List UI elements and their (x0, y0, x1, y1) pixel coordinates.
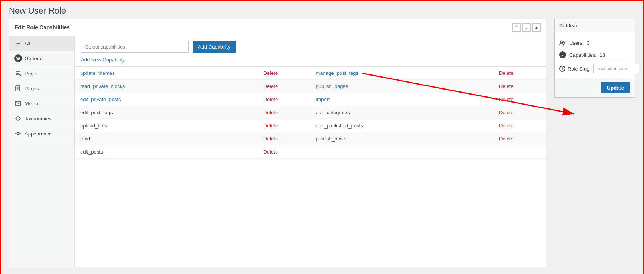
category-item-appearance[interactable]: Appearance (9, 126, 74, 141)
category-item-media[interactable]: Media (9, 96, 74, 111)
cap-delete-publish-posts[interactable]: Delete (499, 136, 514, 142)
all-icon: + (15, 40, 22, 47)
cap-name-upload-files: upload_files (80, 123, 107, 129)
publish-users-row: Users: 0 (559, 37, 630, 49)
table-row: edit_posts Delete (75, 145, 546, 159)
svg-point-11 (17, 132, 19, 135)
table-row: update_themes Delete manage_post_tags (75, 67, 546, 80)
capabilities-label: Capabilities: (569, 52, 597, 58)
info-icon: i (559, 65, 565, 72)
main-layout: Edit Role Capabilities ⌃ ⌄ ▲ + All (1, 19, 643, 274)
publish-panel: Publish Users: 0 (554, 19, 635, 98)
cap-delete-publish-pages[interactable]: Delete (499, 83, 514, 89)
category-label-taxonomies: Taxonomies (25, 116, 51, 122)
role-slug-input[interactable] (593, 64, 639, 73)
publish-header: Publish (555, 19, 635, 32)
add-new-capability-link[interactable]: Add New Capability (81, 57, 124, 63)
panel-header-title: Edit Role Capabilities (15, 24, 70, 30)
users-icon (559, 39, 566, 46)
wp-icon: W (15, 55, 22, 62)
posts-icon (15, 70, 22, 77)
panel-header-controls: ⌃ ⌄ ▲ (512, 23, 541, 32)
capabilities-value: 13 (600, 52, 605, 58)
cap-name-edit-posts: edit_posts (80, 149, 103, 155)
cap-name-edit-private-posts[interactable]: edit_private_posts (80, 96, 121, 102)
svg-line-3 (20, 74, 21, 76)
role-slug-label: Role Slug: (568, 66, 591, 72)
category-label-appearance: Appearance (25, 131, 52, 137)
select-capabilities-input[interactable] (81, 41, 189, 53)
capabilities-toolbar: Add Capability Add New Capability (75, 36, 546, 67)
cap-name-edit-post-tags: edit_post_tags (80, 110, 113, 115)
table-row: edit_post_tags Delete edit_categories (75, 106, 546, 119)
capabilities-table: update_themes Delete manage_post_tags (75, 67, 546, 267)
taxonomies-icon (15, 115, 22, 122)
content-area: Edit Role Capabilities ⌃ ⌄ ▲ + All (1, 19, 554, 274)
svg-point-10 (17, 118, 17, 119)
check-icon: ✓ (559, 51, 566, 58)
cap-delete-edit-published-posts[interactable]: Delete (499, 123, 514, 129)
publish-footer: Update (555, 78, 635, 97)
panel-collapse-down-btn[interactable]: ⌄ (522, 23, 531, 32)
category-item-taxonomies[interactable]: Taxonomies (9, 111, 74, 126)
cap-name-update-themes[interactable]: update_themes (80, 70, 115, 76)
category-label-pages: Pages (25, 86, 39, 91)
category-label-all: All (25, 41, 30, 46)
cap-name-read-private-blocks[interactable]: read_private_blocks (80, 83, 125, 89)
update-button[interactable]: Update (601, 82, 630, 93)
cap-delete-update-themes[interactable]: Delete (264, 70, 278, 76)
page-title: New User Role (9, 6, 66, 16)
cap-delete-upload-files[interactable]: Delete (264, 123, 278, 129)
svg-point-9 (17, 102, 18, 103)
publish-body: Users: 0 ✓ Capabilities: 13 i (555, 32, 635, 78)
cap-delete-read-private-blocks[interactable]: Delete (264, 83, 278, 89)
cap-name-publish-posts: publish_posts (316, 136, 346, 142)
right-sidebar: Publish Users: 0 (554, 19, 643, 274)
table-row: read Delete publish_posts (75, 132, 546, 145)
category-sidebar: + All W General (9, 36, 75, 267)
media-icon (15, 100, 22, 107)
cap-name-edit-categories: edit_categories (316, 110, 350, 115)
users-value: 0 (587, 40, 590, 46)
role-slug-row: i Role Slug: (559, 61, 630, 73)
capabilities-list: Add Capability Add New Capability (75, 36, 546, 267)
publish-capabilities-row: ✓ Capabilities: 13 (559, 49, 630, 61)
users-label: Users: (569, 40, 584, 46)
cap-name-publish-pages[interactable]: publish_pages (316, 83, 348, 89)
add-capability-button[interactable]: Add Capability (193, 41, 236, 53)
panel-header: Edit Role Capabilities ⌃ ⌄ ▲ (9, 19, 546, 36)
page-title-bar: New User Role (1, 1, 643, 19)
toolbar-row: Add Capability (81, 41, 236, 53)
panel-body: + All W General (9, 36, 546, 267)
cap-delete-read[interactable]: Delete (264, 136, 278, 142)
svg-point-16 (560, 41, 563, 43)
cap-delete-import[interactable]: Delete (499, 96, 514, 102)
cap-name-import[interactable]: import (316, 96, 330, 102)
panel-toggle-btn[interactable]: ▲ (532, 23, 541, 32)
cap-name-read: read (80, 136, 90, 142)
category-label-posts: Posts (25, 71, 37, 76)
cap-delete-edit-categories[interactable]: Delete (499, 110, 514, 115)
svg-point-17 (563, 41, 565, 43)
cap-delete-edit-private-posts[interactable]: Delete (264, 96, 278, 102)
cap-name-edit-published-posts: edit_published_posts (316, 123, 363, 129)
appearance-icon (15, 130, 22, 137)
capabilities-panel: Edit Role Capabilities ⌃ ⌄ ▲ + All (9, 19, 546, 267)
category-label-general: General (25, 56, 42, 61)
category-item-general[interactable]: W General (9, 51, 74, 66)
category-label-media: Media (25, 101, 38, 107)
category-item-all[interactable]: + All (9, 36, 74, 51)
panel-collapse-up-btn[interactable]: ⌃ (512, 23, 521, 32)
cap-delete-edit-posts[interactable]: Delete (264, 149, 278, 155)
cap-table: update_themes Delete manage_post_tags (75, 67, 546, 159)
cap-delete-manage-post-tags[interactable]: Delete (499, 70, 514, 76)
cap-delete-edit-post-tags[interactable]: Delete (264, 110, 278, 115)
category-item-posts[interactable]: Posts (9, 66, 74, 81)
table-row: upload_files Delete edit_published_posts (75, 119, 546, 132)
category-item-pages[interactable]: Pages (9, 81, 74, 96)
cap-name-manage-post-tags[interactable]: manage_post_tags (316, 70, 358, 76)
pages-icon (15, 85, 22, 92)
table-row: read_private_blocks Delete publish_pages (75, 80, 546, 93)
table-row: edit_private_posts Delete import (75, 93, 546, 106)
